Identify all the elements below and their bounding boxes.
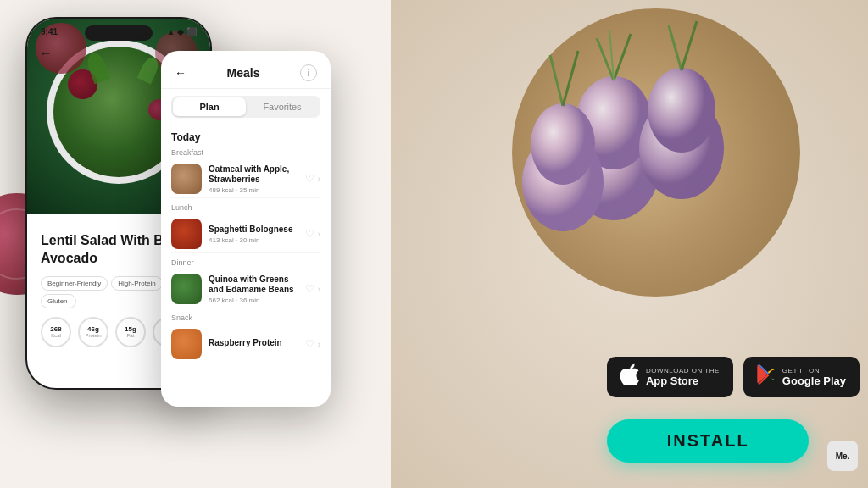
chevron-icon-lunch[interactable]: › (318, 230, 320, 239)
tab-favorites[interactable]: Favorites (246, 97, 319, 116)
heart-icon-dinner[interactable]: ♡ (305, 283, 314, 295)
nutrition-fat: 15g Fat (115, 317, 146, 347)
meal-item-breakfast[interactable]: Oatmeal with Apple, Strawberries 489 kca… (171, 160, 320, 198)
breakfast-label: Breakfast (171, 148, 320, 157)
today-label: Today (171, 131, 320, 143)
meal-actions-dinner: ♡ › (305, 283, 320, 295)
meal-meta-breakfast: 489 kcal · 35 min (209, 186, 298, 194)
meals-tabs: Plan Favorites (171, 96, 320, 118)
meal-actions-snack: ♡ › (305, 338, 320, 350)
meal-thumb-snack (171, 329, 202, 359)
meal-info-lunch: Spaghetti Bolognese 413 kcal · 30 min (209, 225, 298, 244)
info-button[interactable]: i (300, 64, 317, 81)
svg-point-5 (531, 103, 595, 185)
svg-line-11 (550, 55, 563, 106)
status-time: 9:41 (41, 27, 58, 36)
google-play-sub: GET IT ON (782, 367, 846, 374)
meals-header: ← Meals i (161, 51, 331, 89)
play-icon (757, 364, 776, 390)
meal-name-lunch: Spaghetti Bolognese (209, 225, 298, 235)
meal-item-snack[interactable]: Raspberry Protein ♡ › (171, 325, 320, 363)
svg-line-9 (669, 25, 682, 70)
meal-actions-breakfast: ♡ › (305, 173, 320, 185)
meal-name-breakfast: Oatmeal with Apple, Strawberries (209, 164, 298, 185)
phone-front: ← Meals i Plan Favorites Today Breakfast… (161, 51, 331, 407)
meal-item-dinner[interactable]: Quinoa with Greens and Edamame Beans 662… (171, 270, 320, 308)
svg-point-3 (648, 68, 715, 152)
app-store-main: App Store (646, 374, 720, 388)
heart-icon-snack[interactable]: ♡ (305, 338, 314, 350)
snack-label: Snack (171, 313, 320, 322)
nutrition-protein: 46g Protein (78, 317, 108, 347)
svg-line-12 (563, 51, 578, 106)
meal-thumb-lunch (171, 219, 202, 249)
meals-back-button[interactable]: ← (175, 66, 186, 80)
install-button[interactable]: INSTALL (607, 419, 809, 463)
meal-item-lunch[interactable]: Spaghetti Bolognese 413 kcal · 30 min ♡ … (171, 215, 320, 253)
nutrition-kcal: 268 Kcal (41, 317, 71, 347)
meals-content: Today Breakfast Oatmeal with Apple, Stra… (161, 125, 331, 363)
chevron-icon-breakfast[interactable]: › (318, 175, 320, 184)
svg-line-10 (682, 21, 697, 70)
meal-actions-lunch: ♡ › (305, 228, 320, 240)
chevron-icon-snack[interactable]: › (318, 340, 320, 349)
meal-meta-lunch: 413 kcal · 30 min (209, 236, 298, 244)
meal-name-dinner: Quinoa with Greens and Edamame Beans (209, 274, 298, 295)
meals-title: Meals (227, 66, 260, 80)
tag-gluten: Gluten- (41, 294, 76, 308)
back-button[interactable]: ← (39, 46, 53, 61)
meal-info-snack: Raspberry Protein (209, 338, 298, 350)
tab-plan[interactable]: Plan (173, 97, 246, 116)
chevron-icon-dinner[interactable]: › (318, 285, 320, 294)
tag-beginner: Beginner-Friendly (41, 276, 108, 291)
dinner-label: Dinner (171, 258, 320, 267)
google-play-text: GET IT ON Google Play (782, 367, 846, 388)
cta-area: Download on the App Store GET IT ON Goog… (607, 357, 860, 463)
svg-line-7 (614, 34, 631, 80)
store-buttons: Download on the App Store GET IT ON Goog… (607, 357, 860, 397)
phone-status-bar: 9:41 ▲ ◆ ⬛ (27, 27, 210, 36)
heart-icon-breakfast[interactable]: ♡ (305, 173, 314, 185)
lunch-label: Lunch (171, 203, 320, 212)
app-store-button[interactable]: Download on the App Store (607, 357, 733, 397)
meal-thumb-breakfast (171, 164, 202, 194)
meal-info-dinner: Quinoa with Greens and Edamame Beans 662… (209, 274, 298, 304)
google-play-main: Google Play (782, 374, 846, 388)
meal-name-snack: Raspberry Protein (209, 338, 298, 348)
meal-thumb-dinner (171, 274, 202, 304)
heart-icon-lunch[interactable]: ♡ (305, 228, 314, 240)
meal-meta-dinner: 662 kcal · 36 min (209, 297, 298, 304)
status-icons: ▲ ◆ ⬛ (167, 27, 197, 36)
app-store-sub: Download on the (646, 367, 720, 374)
apple-icon (620, 363, 639, 391)
tag-protein: High-Protein (111, 276, 162, 291)
google-play-button[interactable]: GET IT ON Google Play (743, 357, 860, 397)
turnips-illustration (461, 13, 783, 335)
app-store-text: Download on the App Store (646, 367, 720, 388)
meal-info-breakfast: Oatmeal with Apple, Strawberries 489 kca… (209, 164, 298, 194)
